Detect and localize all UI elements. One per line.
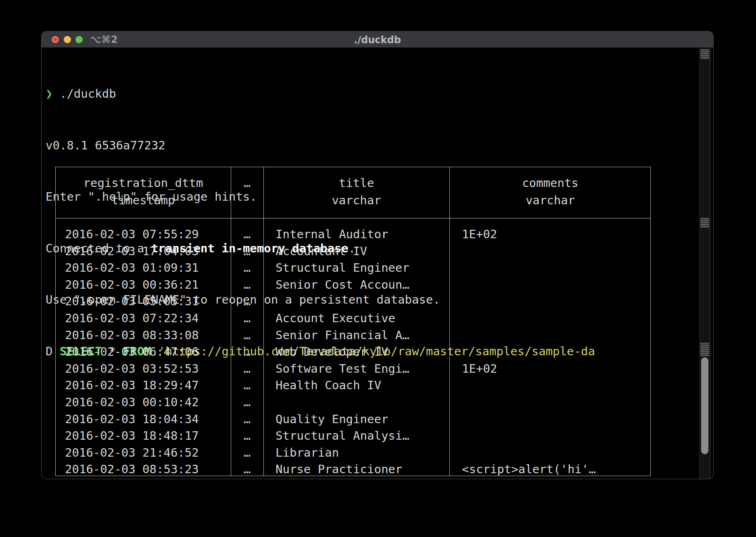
col-type-timestamp: timestamp (56, 192, 231, 209)
cell-registration-dttm: 2016-02-03 07:55:29 (65, 226, 199, 243)
cell-title: Account Executive (276, 310, 395, 327)
scrollbar-mark-lower (700, 343, 709, 357)
col-header-title: title (263, 174, 449, 192)
cell-ellipsis: … (231, 361, 263, 378)
table-row: 2016-02-03 21:46:52 … Librarian (56, 445, 650, 461)
cell-ellipsis: … (231, 293, 263, 310)
table-row: 2016-02-03 07:22:34 … Account Executive (56, 310, 650, 327)
table-row: 2016-02-03 17:04:03 … Accountant IV (56, 243, 650, 260)
cell-title: Senior Cost Accoun… (276, 277, 409, 294)
table-row: 2016-02-03 18:48:17 … Structural Analysi… (56, 428, 650, 445)
table-row: 2016-02-03 07:55:29 … Internal Auditor 1… (56, 226, 650, 243)
cell-ellipsis: … (231, 226, 263, 243)
cell-ellipsis: … (231, 461, 263, 478)
scrollbar-thumb[interactable] (701, 357, 708, 454)
cell-title: Structural Analysi… (276, 428, 409, 445)
cell-ellipsis: … (231, 277, 263, 294)
cell-registration-dttm: 2016-02-03 08:53:23 (65, 461, 199, 478)
cell-registration-dttm: 2016-02-03 00:36:21 (65, 277, 199, 294)
table-row: 2016-02-03 08:33:08 … Senior Financial A… (56, 327, 650, 344)
table-row: 2016-02-03 01:09:31 … Structural Enginee… (56, 260, 650, 277)
cell-registration-dttm: 2016-02-03 07:22:34 (65, 310, 199, 327)
window-title: ./duckdb (42, 34, 713, 46)
prompt-command: ./duckdb (52, 87, 116, 101)
cell-registration-dttm: 2016-02-03 18:29:47 (65, 377, 199, 394)
cell-ellipsis: … (231, 327, 263, 344)
cell-comments: 1E+02 (462, 226, 497, 243)
prompt-line: ❯ ./duckdb (46, 85, 667, 103)
cell-title: Health Coach IV (276, 377, 381, 394)
cell-comments: <script>alert('hi'… (462, 461, 596, 478)
table-row: 2016-02-03 00:10:42 … (56, 394, 650, 411)
col-type-title-varchar: varchar (263, 192, 449, 209)
table-row: 2016-02-03 08:53:23 … Nurse Practicioner… (56, 461, 650, 478)
table-row: 2016-02-03 18:29:47 … Health Coach IV (56, 377, 650, 394)
cell-title: Senior Financial A… (276, 327, 409, 344)
cell-ellipsis: … (231, 377, 263, 394)
col-header-ellipsis: … (231, 174, 263, 192)
cell-registration-dttm: 2016-02-03 05:05:31 (65, 293, 199, 310)
prompt-chevron-icon: ❯ (46, 87, 52, 101)
cell-registration-dttm: 2016-02-03 17:04:03 (65, 243, 199, 260)
cell-title: Accountant IV (276, 243, 367, 260)
cell-ellipsis: … (231, 394, 263, 411)
table-row: 2016-02-03 05:05:31 … (56, 293, 650, 310)
table-row: 2016-02-03 03:52:53 … Software Test Engi… (56, 361, 650, 378)
cell-registration-dttm: 2016-02-03 21:46:52 (65, 445, 199, 461)
cell-ellipsis: … (231, 243, 263, 260)
cell-registration-dttm: 2016-02-03 18:04:34 (65, 411, 199, 428)
scrollbar-track[interactable] (699, 48, 710, 479)
cell-ellipsis: … (231, 445, 263, 461)
table-row: 2016-02-03 06:47:06 … Web Developer IV (56, 344, 650, 361)
col-header-comments: comments (449, 174, 651, 192)
cell-registration-dttm: 2016-02-03 08:33:08 (65, 327, 199, 344)
col-type-comments-varchar: varchar (449, 192, 651, 209)
cell-comments: 1E+02 (462, 361, 497, 378)
cell-title: Web Developer IV (276, 344, 388, 361)
col-header-registration-dttm: registration_dttm (56, 174, 231, 192)
terminal-window: ⌥⌘2 ./duckdb ❯ ./duckdb v0.8.1 6536a7723… (42, 31, 713, 479)
scrollbar-mark-top (700, 49, 709, 59)
cell-registration-dttm: 2016-02-03 01:09:31 (65, 260, 199, 277)
cell-ellipsis: … (231, 310, 263, 327)
cell-title: Quality Engineer (276, 411, 388, 428)
cell-title: Software Test Engi… (276, 361, 409, 378)
table-row: 2016-02-03 00:36:21 … Senior Cost Accoun… (56, 277, 650, 294)
cell-title: Internal Auditor (276, 226, 388, 243)
version-line: v0.8.1 6536a77232 (46, 137, 667, 154)
cell-title: Librarian (276, 445, 339, 461)
cell-registration-dttm: 2016-02-03 00:10:42 (65, 394, 199, 411)
header-divider (56, 218, 650, 218)
result-table: registration_dttm … title comments times… (55, 167, 651, 476)
cell-ellipsis: … (231, 344, 263, 361)
cell-title: Nurse Practicioner (276, 461, 402, 478)
cell-ellipsis: … (231, 428, 263, 445)
cell-registration-dttm: 2016-02-03 18:48:17 (65, 428, 199, 445)
cell-ellipsis: … (231, 260, 263, 277)
title-bar[interactable]: ⌥⌘2 ./duckdb (42, 31, 713, 48)
cell-title: Structural Engineer (276, 260, 409, 277)
cell-ellipsis: … (231, 411, 263, 428)
cell-registration-dttm: 2016-02-03 06:47:06 (65, 344, 199, 361)
table-row: 2016-02-03 18:04:34 … Quality Engineer (56, 411, 650, 428)
cell-registration-dttm: 2016-02-03 03:52:53 (65, 361, 199, 378)
scrollbar-mark-middle (700, 218, 709, 228)
table-body: 2016-02-03 07:55:29 … Internal Auditor 1… (56, 226, 650, 478)
